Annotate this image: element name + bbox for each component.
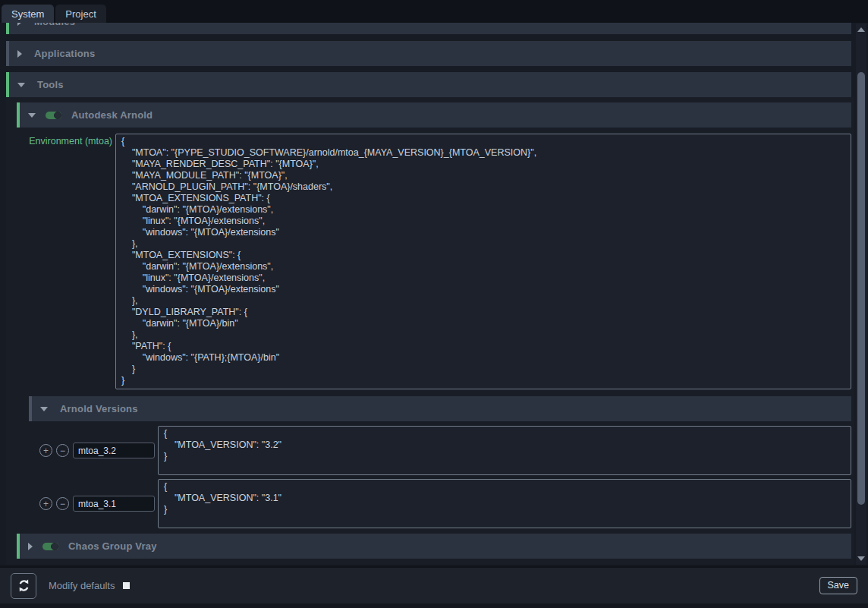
chevron-down-icon (28, 113, 36, 118)
toggle-knob (51, 543, 58, 550)
section-title-arnold-versions: Arnold Versions (60, 403, 138, 414)
arnold-version-row: + − { "MTOA_VERSION": "3.1" } (39, 479, 851, 528)
tab-system[interactable]: System (2, 5, 54, 23)
arnold-enabled-toggle[interactable] (46, 112, 61, 119)
version-name-input[interactable] (73, 443, 155, 458)
section-header-tools[interactable]: Tools (6, 72, 851, 97)
modify-defaults-label: Modify defaults (49, 580, 115, 591)
vray-enabled-toggle[interactable] (42, 543, 58, 550)
section-header-autodesk-arnold[interactable]: Autodesk Arnold (17, 102, 851, 128)
toggle-knob (54, 112, 61, 119)
scroll-down-arrow-icon[interactable] (857, 556, 865, 561)
chevron-right-icon (28, 543, 33, 550)
section-title-modules: Modules (34, 23, 75, 27)
modify-defaults-checkbox[interactable] (123, 582, 130, 589)
settings-content: Modules Applications Tools Autodesk Arno… (0, 23, 854, 565)
chevron-right-icon (17, 23, 22, 26)
divider (0, 34, 854, 41)
chevron-down-icon (40, 407, 48, 411)
section-header-chaos-group-vray[interactable]: Chaos Group Vray (17, 534, 851, 559)
arnold-version-row: + − { "MTOA_VERSION": "3.2" } (39, 426, 851, 475)
version-json-editor[interactable]: { "MTOA_VERSION": "3.1" } (158, 479, 851, 528)
add-version-button[interactable]: + (39, 444, 52, 457)
tab-project[interactable]: Project (55, 5, 105, 23)
scrollbar-thumb[interactable] (857, 72, 865, 505)
divider (0, 66, 854, 72)
section-title-applications: Applications (34, 48, 95, 59)
add-version-button[interactable]: + (39, 497, 52, 510)
divider (6, 528, 854, 534)
chevron-down-icon (17, 83, 25, 87)
footer-bar: Modify defaults Save (0, 566, 868, 603)
remove-version-button[interactable]: − (56, 497, 69, 510)
chevron-right-icon (17, 50, 22, 58)
environment-json-editor[interactable]: { "MTOA": "{PYPE_STUDIO_SOFTWARE}/arnold… (115, 134, 851, 389)
settings-scroll-area: Modules Applications Tools Autodesk Arno… (0, 23, 868, 565)
settings-tabbar: System Project (0, 0, 868, 23)
remove-version-button[interactable]: − (56, 444, 69, 457)
section-header-applications[interactable]: Applications (6, 41, 851, 66)
section-title-chaos-group-vray: Chaos Group Vray (68, 540, 157, 552)
divider (6, 389, 854, 396)
version-name-input[interactable] (73, 496, 155, 512)
tab-system-label: System (11, 8, 44, 20)
section-title-autodesk-arnold: Autodesk Arnold (71, 109, 153, 121)
sync-icon (17, 578, 31, 593)
vertical-scrollbar[interactable] (856, 24, 866, 565)
section-header-arnold-versions[interactable]: Arnold Versions (29, 396, 851, 421)
section-header-modules[interactable]: Modules (6, 23, 851, 34)
scroll-up-arrow-icon[interactable] (857, 27, 865, 32)
version-json-editor[interactable]: { "MTOA_VERSION": "3.2" } (158, 426, 851, 475)
tab-project-label: Project (65, 8, 96, 20)
refresh-button[interactable] (11, 573, 36, 599)
section-title-tools: Tools (37, 79, 64, 90)
save-button[interactable]: Save (819, 577, 858, 594)
tools-section-body: Autodesk Arnold Environment (mtoa) { "MT… (6, 97, 854, 565)
environment-label: Environment (mtoa) (19, 134, 112, 389)
environment-row: Environment (mtoa) { "MTOA": "{PYPE_STUD… (19, 134, 851, 389)
